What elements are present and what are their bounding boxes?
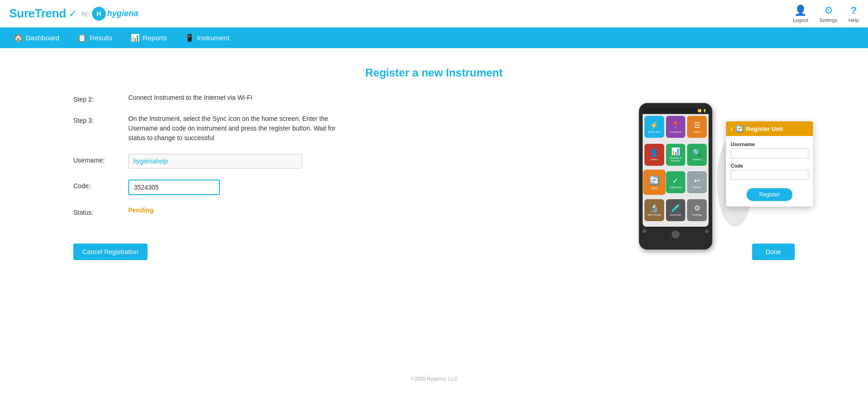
hygiena-logo: H hygiena	[92, 7, 138, 21]
phone-screen: 📶 🔋 ⚡ Quick Test 📍 Locations ☰ Plans	[643, 108, 709, 227]
app-enzymes[interactable]: 🧪 Enzymes	[666, 199, 686, 221]
username-content	[128, 154, 339, 169]
app-grid: ⚡ Quick Test 📍 Locations ☰ Plans 👤 Users	[643, 114, 709, 227]
hygiena-icon: H	[92, 7, 106, 21]
settings-button[interactable]: ⚙ Settings	[819, 5, 838, 23]
register-code-label: Code	[731, 163, 808, 169]
phone-menu-btn	[705, 229, 709, 233]
logout-button[interactable]: 👤 Logout	[793, 5, 808, 23]
step2-text: Connect Instrument to the Internet via W…	[128, 94, 252, 101]
footer: ©2020 Hygiena, LLC	[0, 369, 868, 389]
hygiena-text: hygiena	[107, 9, 138, 18]
status-label: Status:	[73, 206, 128, 216]
logo-checkmark: ✓	[69, 8, 77, 20]
code-row: Code:	[73, 179, 339, 195]
username-input[interactable]	[128, 154, 302, 169]
code-content	[128, 179, 339, 195]
step3-row: Step 3: On the Instrument, select the Sy…	[73, 114, 339, 143]
main-content: Register a new Instrument Step 2: Connec…	[0, 48, 868, 359]
help-button[interactable]: ? Help	[848, 5, 859, 23]
app-search[interactable]: 🔍 Search	[687, 144, 707, 166]
step3-text: On the Instrument, select the Sync icon …	[128, 115, 335, 141]
app-retest[interactable]: ↩ Retest	[687, 171, 707, 193]
app-calibration[interactable]: ✓ Calibration	[666, 171, 686, 193]
form-area: Step 2: Connect Instrument to the Intern…	[73, 93, 339, 216]
register-card-header: ‹ 🔄 Register Unit	[726, 121, 813, 136]
status-row: Status: Pending	[73, 206, 339, 216]
app-sync[interactable]: 🔄 Sync	[643, 169, 666, 195]
step2-row: Step 2: Connect Instrument to the Intern…	[73, 93, 339, 103]
page-title: Register a new Instrument	[73, 66, 795, 79]
settings-icon: ⚙	[824, 5, 833, 16]
phone-bottom	[643, 229, 709, 239]
register-username-input[interactable]	[731, 148, 808, 158]
step3-content: On the Instrument, select the Sync icon …	[128, 114, 339, 143]
username-row: Username:	[73, 154, 339, 169]
nav-instrument-label: Instrument	[197, 34, 229, 42]
settings-label: Settings	[819, 17, 838, 23]
device-illustration: 📶 🔋 ⚡ Quick Test 📍 Locations ☰ Plans	[639, 103, 813, 277]
cancel-registration-button[interactable]: Cancel Registration	[73, 244, 147, 260]
register-card-title: Register Unit	[746, 125, 783, 132]
register-submit-button[interactable]: Register	[747, 188, 792, 201]
status-badge: Pending	[128, 207, 153, 214]
app-plans[interactable]: ☰ Plans	[687, 116, 707, 138]
nav-dashboard-label: Dashboard	[26, 34, 59, 42]
nav-results[interactable]: 📋 Results	[68, 27, 121, 48]
logo-by: by	[82, 11, 87, 17]
step2-label: Step 2:	[73, 93, 128, 103]
header-actions: 👤 Logout ⚙ Settings ? Help	[793, 5, 859, 23]
logo-suretrend: SureTrend	[9, 6, 66, 21]
phone-home-btn	[671, 230, 680, 239]
register-card-back-icon[interactable]: ‹	[731, 125, 733, 132]
phone-back-btn	[643, 229, 646, 233]
step2-content: Connect Instrument to the Internet via W…	[128, 93, 339, 103]
code-label: Code:	[73, 179, 128, 190]
register-code-input[interactable]	[731, 170, 808, 180]
username-label: Username:	[73, 154, 128, 164]
nav-results-label: Results	[89, 34, 112, 42]
dashboard-icon: 🏠	[14, 33, 23, 42]
header: SureTrend ✓ by H hygiena 👤 Logout ⚙ Sett…	[0, 0, 868, 27]
register-username-label: Username	[731, 141, 808, 147]
register-card-body: Username Code Register	[726, 136, 813, 207]
app-microsnap[interactable]: 🔬 MicroSnap	[644, 199, 664, 221]
reports-icon: 📊	[131, 33, 140, 42]
phone-mockup: 📶 🔋 ⚡ Quick Test 📍 Locations ☰ Plans	[639, 103, 712, 250]
logout-icon: 👤	[794, 5, 807, 16]
app-settings-app[interactable]: ⚙ Settings	[687, 199, 707, 221]
logout-label: Logout	[793, 17, 808, 23]
help-label: Help	[848, 17, 859, 23]
step3-label: Step 3:	[73, 114, 128, 124]
app-results-reports[interactable]: 📊 Results & Reports	[666, 144, 686, 166]
phone-status-bar: 📶 🔋	[643, 108, 709, 114]
app-quick-test[interactable]: ⚡ Quick Test	[644, 116, 664, 138]
main-nav: 🏠 Dashboard 📋 Results 📊 Reports 📱 Instru…	[0, 27, 868, 48]
logo: SureTrend ✓ by H hygiena	[9, 6, 138, 21]
results-icon: 📋	[77, 33, 87, 42]
register-card: ‹ 🔄 Register Unit Username Code Register	[726, 121, 813, 207]
register-card-sync-icon: 🔄	[736, 125, 743, 132]
code-input[interactable]	[128, 179, 220, 195]
help-icon: ?	[851, 5, 857, 16]
nav-instrument[interactable]: 📱 Instrument	[176, 27, 239, 48]
nav-reports[interactable]: 📊 Reports	[121, 27, 176, 48]
app-locations[interactable]: 📍 Locations	[666, 116, 686, 138]
nav-dashboard[interactable]: 🏠 Dashboard	[5, 27, 68, 48]
app-users[interactable]: 👤 Users	[644, 144, 664, 166]
instrument-icon: 📱	[185, 33, 194, 42]
copyright-text: ©2020 Hygiena, LLC	[410, 376, 457, 381]
nav-reports-label: Reports	[142, 34, 167, 42]
status-content: Pending	[128, 206, 339, 214]
